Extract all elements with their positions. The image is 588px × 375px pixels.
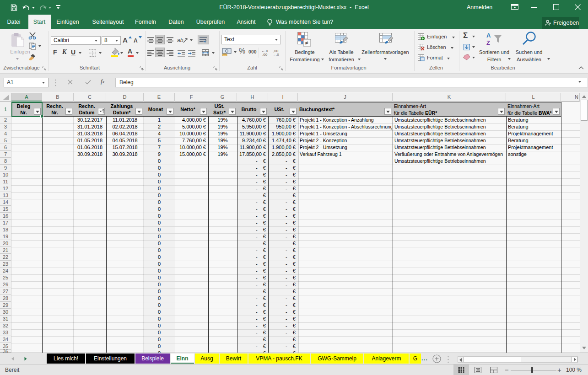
svg-text:→,0: →,0 [272,53,279,56]
svg-text:,00: ,00 [262,53,268,56]
svg-text:ab: ab [177,37,183,43]
svg-text:Z: Z [486,39,490,46]
svg-text:≠: ≠ [305,40,308,46]
svg-text:A: A [486,32,491,39]
